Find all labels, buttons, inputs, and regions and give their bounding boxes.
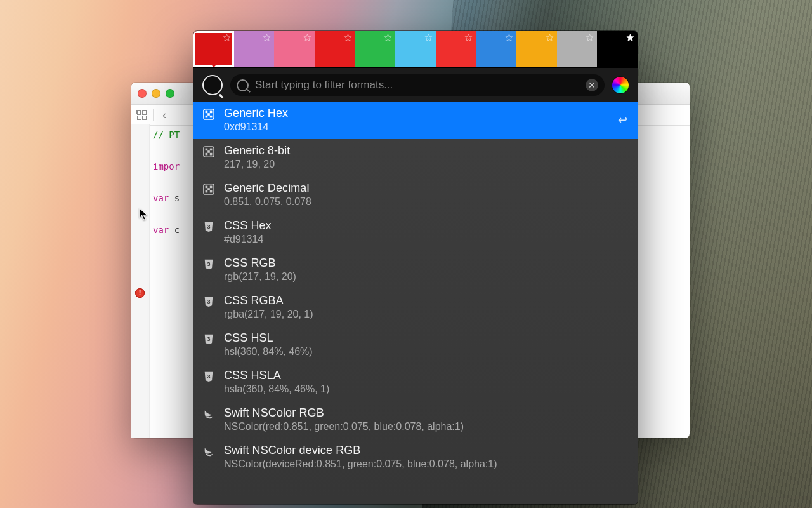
favorite-star-icon[interactable] — [626, 34, 634, 42]
editor-gutter — [131, 124, 150, 438]
code-keyword: impor — [153, 161, 180, 171]
format-row[interactable]: Generic Decimal0.851, 0.075, 0.078 — [193, 177, 638, 214]
code-keyword: var — [153, 225, 169, 235]
format-value: 217, 19, 20 — [224, 159, 290, 170]
favorite-star-icon[interactable] — [464, 34, 473, 42]
format-value: 0xd91314 — [224, 121, 288, 133]
search-input[interactable] — [254, 78, 580, 92]
checker-format-icon — [202, 108, 215, 121]
css-format-icon — [202, 258, 215, 271]
code-text: s — [169, 193, 180, 203]
related-items-icon[interactable] — [136, 110, 147, 120]
format-name: Swift NSColor device RGB — [224, 444, 497, 457]
favorite-star-icon[interactable] — [303, 34, 311, 42]
swatch-10[interactable] — [597, 31, 638, 67]
format-name: CSS HSL — [224, 331, 313, 345]
swatch-9[interactable] — [557, 31, 598, 67]
code-text: c — [169, 225, 180, 235]
swatch-4[interactable] — [355, 31, 396, 67]
format-value: NSColor(deviceRed:0.851, green:0.075, bl… — [224, 458, 497, 470]
color-picker-panel: ✕ Generic Hex0xd91314↩Generic 8-bit217, … — [193, 31, 638, 504]
swatch-6[interactable] — [436, 31, 476, 67]
favorite-star-icon[interactable] — [586, 34, 594, 42]
format-row[interactable]: CSS HSLhsl(360, 84%, 46%) — [193, 326, 638, 364]
checker-format-icon — [202, 145, 215, 158]
picker-search-bar: ✕ — [193, 67, 638, 102]
format-name: CSS Hex — [224, 219, 272, 232]
format-list[interactable]: Generic Hex0xd91314↩Generic 8-bit217, 19… — [193, 102, 638, 504]
css-format-icon — [202, 370, 215, 383]
swatch-1[interactable] — [234, 31, 275, 67]
css-format-icon — [202, 295, 215, 308]
favorite-star-icon[interactable] — [424, 34, 433, 42]
eyedropper-loupe-icon[interactable] — [202, 75, 223, 95]
format-row[interactable]: Generic Hex0xd91314↩ — [193, 102, 638, 139]
format-value: #d91314 — [224, 234, 272, 245]
swatch-0[interactable] — [193, 31, 234, 67]
format-value: hsla(360, 84%, 46%, 1) — [224, 384, 329, 395]
swift-format-icon — [202, 445, 215, 458]
format-row[interactable]: Swift NSColor RGBNSColor(red:0.851, gree… — [193, 401, 638, 439]
swatch-2[interactable] — [274, 31, 315, 67]
error-marker-icon[interactable] — [135, 288, 145, 298]
format-name: Generic Decimal — [224, 182, 311, 195]
favorite-star-icon[interactable] — [263, 34, 271, 42]
format-name: CSS RGB — [224, 257, 296, 270]
swatch-8[interactable] — [516, 31, 557, 67]
favorite-star-icon[interactable] — [344, 34, 352, 42]
favorite-star-icon[interactable] — [546, 34, 554, 42]
toolbar-divider — [153, 109, 154, 121]
checker-format-icon — [202, 183, 215, 196]
format-row[interactable]: Generic 8-bit217, 19, 20 — [193, 139, 638, 177]
format-name: Swift NSColor RGB — [224, 406, 464, 420]
nav-back-button[interactable]: ‹ — [160, 109, 169, 121]
format-value: NSColor(red:0.851, green:0.075, blue:0.0… — [224, 421, 464, 432]
format-row[interactable]: Swift NSColor device RGBNSColor(deviceRe… — [193, 439, 638, 476]
favorite-star-icon[interactable] — [223, 34, 231, 42]
favorite-star-icon[interactable] — [505, 34, 513, 42]
format-row[interactable]: CSS RGBArgba(217, 19, 20, 1) — [193, 289, 638, 326]
format-name: CSS RGBA — [224, 294, 313, 307]
window-minimize-button[interactable] — [152, 89, 160, 98]
favorite-star-icon[interactable] — [384, 34, 392, 42]
window-close-button[interactable] — [138, 89, 147, 98]
search-icon — [237, 79, 249, 91]
swatch-row — [193, 31, 638, 67]
format-name: Generic Hex — [224, 107, 288, 120]
format-value: hsl(360, 84%, 46%) — [224, 346, 313, 358]
format-value: rgb(217, 19, 20) — [224, 271, 296, 283]
code-comment: // PT — [153, 130, 180, 140]
format-search-field[interactable]: ✕ — [230, 74, 605, 96]
format-name: CSS HSLA — [224, 369, 329, 382]
swatch-5[interactable] — [395, 31, 436, 67]
swift-format-icon — [202, 408, 215, 420]
code-keyword: var — [153, 193, 169, 203]
window-zoom-button[interactable] — [166, 89, 174, 98]
format-value: 0.851, 0.075, 0.078 — [224, 196, 311, 208]
return-key-icon: ↩ — [618, 113, 627, 127]
format-name: Generic 8-bit — [224, 144, 290, 157]
format-value: rgba(217, 19, 20, 1) — [224, 309, 313, 320]
swatch-3[interactable] — [315, 31, 355, 67]
clear-search-button[interactable]: ✕ — [586, 79, 598, 91]
color-wheel-icon[interactable] — [612, 77, 629, 93]
swatch-7[interactable] — [476, 31, 516, 67]
format-row[interactable]: CSS Hex#d91314 — [193, 214, 638, 251]
code-editor-text[interactable]: // PT impor var s var c — [153, 127, 180, 238]
format-row[interactable]: CSS HSLAhsla(360, 84%, 46%, 1) — [193, 364, 638, 401]
css-format-icon — [202, 333, 215, 345]
css-format-icon — [202, 220, 215, 233]
format-row[interactable]: CSS RGBrgb(217, 19, 20) — [193, 251, 638, 289]
